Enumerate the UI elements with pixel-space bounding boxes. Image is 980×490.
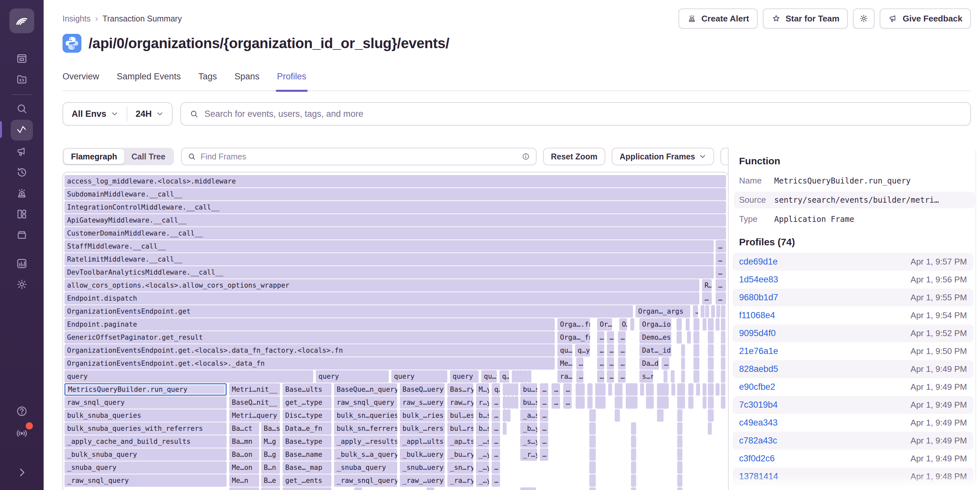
give-feedback-button[interactable]: Give Feedback: [880, 8, 971, 29]
reset-zoom-button[interactable]: Reset Zoom: [543, 148, 605, 165]
flamegraph-frame[interactable]: …: [540, 422, 548, 434]
flamegraph-frame[interactable]: …: [540, 448, 548, 461]
flamegraph-frame[interactable]: Or…s: [597, 318, 612, 331]
flamegraph-frame[interactable]: bulk_snuba_queries_with_referrers: [64, 422, 227, 434]
flamegraph-frame[interactable]: [708, 409, 714, 422]
flamegraph-frame[interactable]: …: [563, 396, 572, 409]
flamegraph-frame[interactable]: s…r: [640, 370, 653, 383]
flamegraph-frame[interactable]: bulk_snuba_queries: [64, 409, 227, 422]
flamegraph-frame[interactable]: [503, 422, 507, 434]
flamegraph-frame[interactable]: Da…d: [640, 357, 659, 369]
flamegraph-frame[interactable]: [676, 331, 682, 344]
flamegraph-frame[interactable]: b…s: [476, 409, 489, 422]
flamegraph-frame[interactable]: [708, 396, 714, 409]
flamegraph-frame[interactable]: [595, 396, 606, 409]
flamegraph-frame[interactable]: [686, 318, 690, 331]
profile-link[interactable]: 1d54ee83: [739, 274, 778, 285]
search-box[interactable]: [180, 102, 971, 125]
flamegraph-frame[interactable]: [587, 383, 593, 396]
flamegraph-frame[interactable]: [721, 396, 725, 409]
flamegraph-frame[interactable]: [576, 396, 585, 409]
flamegraph-frame[interactable]: Me…y: [557, 357, 573, 369]
flamegraph-frame[interactable]: get_…ents: [283, 474, 331, 487]
flamegraph-frame[interactable]: [703, 396, 706, 409]
find-frames-input[interactable]: [200, 152, 517, 162]
flamegraph-frame[interactable]: [721, 370, 725, 383]
flamegraph-frame[interactable]: Ba…mn: [229, 435, 259, 448]
flamegraph-frame[interactable]: …: [607, 357, 614, 369]
sidebar-item-insights-pulse[interactable]: [11, 120, 33, 141]
flamegraph-frame[interactable]: [657, 409, 663, 422]
flamegraph-frame[interactable]: B…e: [261, 474, 280, 487]
flamegraph-frame[interactable]: [503, 396, 507, 409]
flamegraph-frame[interactable]: Endpoint.dispatch: [64, 292, 699, 304]
flamegraph-frame[interactable]: [520, 487, 536, 490]
flamegraph-frame[interactable]: _appl…ults: [400, 435, 445, 448]
flamegraph-frame[interactable]: [677, 487, 682, 490]
flamegraph-frame[interactable]: [631, 435, 636, 448]
flamegraph-frame[interactable]: Bas…ry: [447, 383, 473, 396]
flamegraph-frame[interactable]: [688, 396, 694, 409]
flamegraph-frame[interactable]: b…s: [476, 422, 489, 434]
sidebar-item-explore-code-folder[interactable]: [11, 70, 33, 89]
profile-link[interactable]: 9680b1d7: [739, 292, 778, 303]
flamegraph-frame[interactable]: [663, 370, 667, 383]
flamegraph-frame[interactable]: [677, 409, 682, 422]
flamegraph-frame[interactable]: B…g: [261, 448, 280, 461]
sidebar-item-whats-new-broadcast[interactable]: [11, 423, 33, 443]
flamegraph-frame[interactable]: [646, 396, 654, 409]
tab-spans[interactable]: Spans: [234, 71, 259, 90]
flamegraph-frame[interactable]: q…y: [575, 344, 590, 357]
flamegraph-frame[interactable]: [708, 422, 712, 434]
flamegraph-frame[interactable]: …: [576, 357, 584, 369]
flamegraph-frame[interactable]: Endpoint.paginate: [64, 318, 555, 331]
flamegraph-frame[interactable]: [646, 383, 654, 396]
profile-link[interactable]: c782a43c: [739, 436, 777, 446]
flamegraph-frame[interactable]: _ra…ry: [447, 474, 473, 487]
flamegraph-frame[interactable]: raw…ry: [447, 396, 473, 409]
flamegraph[interactable]: access_log_middleware.<locals>.middlewar…: [62, 172, 729, 490]
flamegraph-frame[interactable]: …: [607, 344, 614, 357]
flamegraph-frame[interactable]: …: [716, 253, 726, 265]
flamegraph-frame[interactable]: bulk_sn…queries: [334, 409, 397, 422]
flamegraph-frame[interactable]: _raw_snql_query: [334, 474, 397, 487]
flamegraph-frame[interactable]: bu…s: [520, 383, 537, 396]
flamegraph-frame[interactable]: get…tity: [283, 487, 331, 490]
flamegraph-frame[interactable]: _sn…ry: [447, 461, 473, 474]
flamegraph-frame[interactable]: …: [618, 344, 626, 357]
flamegraph-frame[interactable]: [507, 409, 511, 422]
flamegraph-frame[interactable]: [677, 435, 682, 448]
profile-link[interactable]: 828aebd5: [739, 364, 778, 374]
flamegraph-frame[interactable]: _apply_cache_and_build_results: [64, 435, 227, 448]
flamegraph-frame[interactable]: [694, 370, 699, 383]
flamegraph-frame[interactable]: …: [492, 409, 500, 422]
flamegraph-frame[interactable]: …: [618, 331, 626, 344]
flamegraph-frame[interactable]: …: [662, 357, 670, 369]
sidebar-item-expand-chevron[interactable]: [11, 463, 33, 482]
flamegraph-frame[interactable]: _bulk…uery: [400, 448, 445, 461]
flamegraph-frame[interactable]: [705, 305, 709, 317]
flamegraph-frame[interactable]: …: [540, 409, 548, 422]
flamegraph-frame-selected[interactable]: MetricsQueryBuilder.run_query: [64, 383, 227, 396]
flamegraph-frame[interactable]: [631, 474, 636, 487]
flamegraph-frame[interactable]: RatelimitMiddleware.__call__: [64, 253, 714, 265]
flamegraph-frame[interactable]: [681, 357, 685, 369]
flamegraph-frame[interactable]: [694, 357, 699, 369]
sidebar-item-search[interactable]: [11, 99, 33, 119]
flamegraph-frame[interactable]: [657, 396, 669, 409]
flamegraph-frame[interactable]: bulk_sn…ferrers: [334, 422, 397, 434]
flamegraph-frame[interactable]: raw_snql_query: [334, 396, 397, 409]
flamegraph-frame[interactable]: M…g: [261, 435, 280, 448]
panel-scrollbar[interactable]: [975, 150, 976, 487]
create-alert-button[interactable]: Create Alert: [679, 8, 757, 29]
flamegraph-frame[interactable]: q…: [492, 383, 500, 396]
flamegraph-frame[interactable]: [716, 305, 720, 317]
flamegraph-frame[interactable]: ApiGatewayMiddleware.__call__: [64, 214, 726, 227]
sidebar-item-dashboards-grid[interactable]: [11, 205, 33, 224]
flamegraph-frame[interactable]: _bu…ry: [447, 448, 473, 461]
flamegraph-frame[interactable]: OrganizationEventsEndpoint.get: [64, 305, 633, 317]
search-input[interactable]: [204, 109, 962, 119]
sidebar-item-feedback-megaphone[interactable]: [11, 142, 33, 162]
flamegraph-frame[interactable]: [615, 396, 622, 409]
flamegraph-frame[interactable]: Base…ults: [283, 383, 331, 396]
